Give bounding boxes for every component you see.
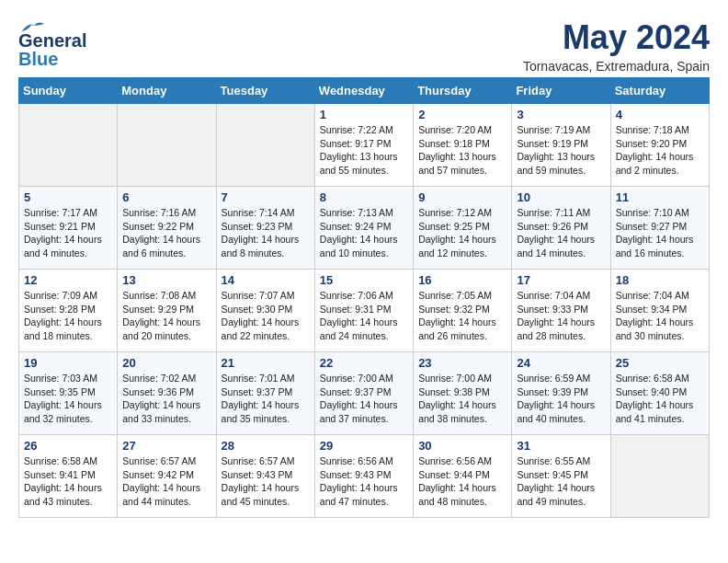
day-number: 24 <box>517 356 605 370</box>
calendar-cell: 11Sunrise: 7:10 AM Sunset: 9:27 PM Dayli… <box>610 187 709 270</box>
day-info: Sunrise: 7:18 AM Sunset: 9:20 PM Dayligh… <box>616 123 704 178</box>
day-info: Sunrise: 7:07 AM Sunset: 9:30 PM Dayligh… <box>222 289 310 343</box>
day-number: 10 <box>517 190 605 204</box>
day-number: 13 <box>122 273 210 287</box>
day-info: Sunrise: 7:19 AM Sunset: 9:19 PM Dayligh… <box>517 123 605 178</box>
day-info: Sunrise: 7:01 AM Sunset: 9:37 PM Dayligh… <box>222 372 310 426</box>
calendar-cell: 16Sunrise: 7:05 AM Sunset: 9:32 PM Dayli… <box>414 270 512 352</box>
calendar-week-row: 1Sunrise: 7:22 AM Sunset: 9:17 PM Daylig… <box>19 104 710 187</box>
day-info: Sunrise: 6:56 AM Sunset: 9:44 PM Dayligh… <box>418 454 506 509</box>
day-header-tuesday: Tuesday <box>216 78 314 104</box>
calendar-cell: 22Sunrise: 7:00 AM Sunset: 9:37 PM Dayli… <box>314 352 413 435</box>
calendar-cell: 20Sunrise: 7:02 AM Sunset: 9:36 PM Dayli… <box>118 352 216 435</box>
calendar-cell <box>19 104 118 187</box>
calendar-week-row: 5Sunrise: 7:17 AM Sunset: 9:21 PM Daylig… <box>19 187 710 270</box>
month-title: May 2024 <box>523 18 710 57</box>
day-number: 6 <box>122 190 210 204</box>
day-info: Sunrise: 6:57 AM Sunset: 9:42 PM Dayligh… <box>122 454 210 509</box>
calendar-cell: 28Sunrise: 6:57 AM Sunset: 9:43 PM Dayli… <box>216 435 314 518</box>
day-number: 29 <box>320 439 408 453</box>
day-number: 19 <box>24 356 112 370</box>
day-info: Sunrise: 6:56 AM Sunset: 9:43 PM Dayligh… <box>320 454 408 509</box>
day-number: 31 <box>517 439 605 453</box>
day-info: Sunrise: 7:06 AM Sunset: 9:31 PM Dayligh… <box>320 289 408 343</box>
calendar-header-row: SundayMondayTuesdayWednesdayThursdayFrid… <box>19 78 710 104</box>
calendar-cell: 23Sunrise: 7:00 AM Sunset: 9:38 PM Dayli… <box>414 352 512 435</box>
day-info: Sunrise: 7:09 AM Sunset: 9:28 PM Dayligh… <box>24 289 112 343</box>
day-number: 18 <box>616 273 704 287</box>
day-info: Sunrise: 7:20 AM Sunset: 9:18 PM Dayligh… <box>418 123 506 178</box>
calendar-cell: 30Sunrise: 6:56 AM Sunset: 9:44 PM Dayli… <box>414 435 512 518</box>
calendar-week-row: 12Sunrise: 7:09 AM Sunset: 9:28 PM Dayli… <box>19 270 710 352</box>
calendar-week-row: 19Sunrise: 7:03 AM Sunset: 9:35 PM Dayli… <box>19 352 710 435</box>
calendar-cell: 21Sunrise: 7:01 AM Sunset: 9:37 PM Dayli… <box>216 352 314 435</box>
day-number: 25 <box>616 356 704 370</box>
day-number: 2 <box>418 108 506 121</box>
day-info: Sunrise: 7:11 AM Sunset: 9:26 PM Dayligh… <box>517 206 605 260</box>
calendar-cell: 24Sunrise: 6:59 AM Sunset: 9:39 PM Dayli… <box>512 352 610 435</box>
day-number: 14 <box>222 273 310 287</box>
day-number: 16 <box>418 273 506 287</box>
calendar-cell: 26Sunrise: 6:58 AM Sunset: 9:41 PM Dayli… <box>19 435 118 518</box>
calendar-cell <box>216 104 314 187</box>
calendar-table: SundayMondayTuesdayWednesdayThursdayFrid… <box>18 77 710 518</box>
day-header-thursday: Thursday <box>414 78 512 104</box>
calendar-cell: 15Sunrise: 7:06 AM Sunset: 9:31 PM Dayli… <box>314 270 413 352</box>
day-number: 5 <box>24 190 112 204</box>
logo: GeneralBlue <box>18 18 86 68</box>
calendar-week-row: 26Sunrise: 6:58 AM Sunset: 9:41 PM Dayli… <box>19 435 710 518</box>
day-info: Sunrise: 7:03 AM Sunset: 9:35 PM Dayligh… <box>24 372 112 426</box>
calendar-cell: 19Sunrise: 7:03 AM Sunset: 9:35 PM Dayli… <box>19 352 118 435</box>
day-header-friday: Friday <box>512 78 610 104</box>
calendar-cell: 31Sunrise: 6:55 AM Sunset: 9:45 PM Dayli… <box>512 435 610 518</box>
day-info: Sunrise: 7:02 AM Sunset: 9:36 PM Dayligh… <box>122 372 210 426</box>
calendar-cell: 12Sunrise: 7:09 AM Sunset: 9:28 PM Dayli… <box>19 270 118 352</box>
calendar-cell: 13Sunrise: 7:08 AM Sunset: 9:29 PM Dayli… <box>118 270 216 352</box>
day-info: Sunrise: 7:16 AM Sunset: 9:22 PM Dayligh… <box>122 206 210 260</box>
day-info: Sunrise: 7:08 AM Sunset: 9:29 PM Dayligh… <box>122 289 210 343</box>
day-info: Sunrise: 7:04 AM Sunset: 9:34 PM Dayligh… <box>616 289 704 343</box>
calendar-cell: 1Sunrise: 7:22 AM Sunset: 9:17 PM Daylig… <box>314 104 413 187</box>
day-number: 15 <box>320 273 408 287</box>
day-number: 7 <box>222 190 310 204</box>
calendar-cell: 9Sunrise: 7:12 AM Sunset: 9:25 PM Daylig… <box>414 187 512 270</box>
calendar-cell: 8Sunrise: 7:13 AM Sunset: 9:24 PM Daylig… <box>314 187 413 270</box>
day-number: 17 <box>517 273 605 287</box>
calendar-cell: 17Sunrise: 7:04 AM Sunset: 9:33 PM Dayli… <box>512 270 610 352</box>
calendar-cell: 7Sunrise: 7:14 AM Sunset: 9:23 PM Daylig… <box>216 187 314 270</box>
logo-text: GeneralBlue <box>18 31 86 68</box>
calendar-cell: 18Sunrise: 7:04 AM Sunset: 9:34 PM Dayli… <box>610 270 709 352</box>
day-info: Sunrise: 7:22 AM Sunset: 9:17 PM Dayligh… <box>320 123 408 178</box>
calendar-cell: 5Sunrise: 7:17 AM Sunset: 9:21 PM Daylig… <box>19 187 118 270</box>
day-info: Sunrise: 7:12 AM Sunset: 9:25 PM Dayligh… <box>418 206 506 260</box>
page-header: GeneralBlue May 2024 Tornavacas, Extrema… <box>18 18 710 74</box>
calendar-cell: 25Sunrise: 6:58 AM Sunset: 9:40 PM Dayli… <box>610 352 709 435</box>
day-number: 27 <box>122 439 210 453</box>
calendar-cell: 6Sunrise: 7:16 AM Sunset: 9:22 PM Daylig… <box>118 187 216 270</box>
day-header-saturday: Saturday <box>610 78 709 104</box>
day-number: 28 <box>222 439 310 453</box>
day-info: Sunrise: 7:05 AM Sunset: 9:32 PM Dayligh… <box>418 289 506 343</box>
day-info: Sunrise: 7:00 AM Sunset: 9:37 PM Dayligh… <box>320 372 408 426</box>
day-number: 21 <box>222 356 310 370</box>
day-info: Sunrise: 7:10 AM Sunset: 9:27 PM Dayligh… <box>616 206 704 260</box>
day-info: Sunrise: 7:04 AM Sunset: 9:33 PM Dayligh… <box>517 289 605 343</box>
day-number: 23 <box>418 356 506 370</box>
day-number: 4 <box>616 108 704 121</box>
title-block: May 2024 Tornavacas, Extremadura, Spain <box>523 18 710 74</box>
day-number: 9 <box>418 190 506 204</box>
location: Tornavacas, Extremadura, Spain <box>523 59 710 74</box>
day-info: Sunrise: 7:13 AM Sunset: 9:24 PM Dayligh… <box>320 206 408 260</box>
day-number: 20 <box>122 356 210 370</box>
day-number: 1 <box>320 108 408 121</box>
day-number: 12 <box>24 273 112 287</box>
day-number: 3 <box>517 108 605 121</box>
calendar-cell: 10Sunrise: 7:11 AM Sunset: 9:26 PM Dayli… <box>512 187 610 270</box>
day-info: Sunrise: 6:58 AM Sunset: 9:40 PM Dayligh… <box>616 372 704 426</box>
calendar-cell: 2Sunrise: 7:20 AM Sunset: 9:18 PM Daylig… <box>414 104 512 187</box>
calendar-cell <box>118 104 216 187</box>
day-header-wednesday: Wednesday <box>314 78 413 104</box>
day-info: Sunrise: 6:58 AM Sunset: 9:41 PM Dayligh… <box>24 454 112 509</box>
day-info: Sunrise: 6:57 AM Sunset: 9:43 PM Dayligh… <box>222 454 310 509</box>
calendar-cell: 29Sunrise: 6:56 AM Sunset: 9:43 PM Dayli… <box>314 435 413 518</box>
